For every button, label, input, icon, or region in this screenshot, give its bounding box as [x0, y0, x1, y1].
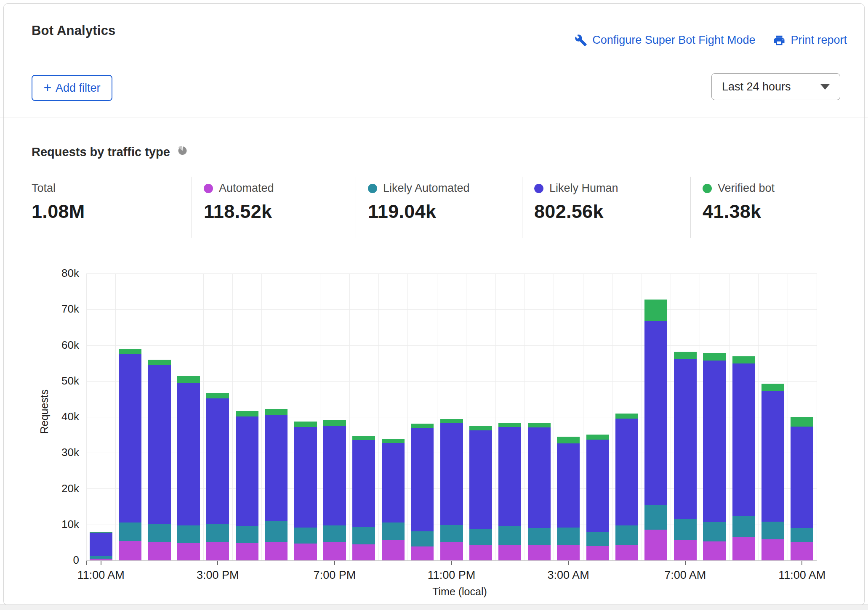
stat-likely-automated-value: 119.04k — [368, 201, 522, 223]
verified-bot-legend-dot — [703, 184, 712, 193]
bar-segment — [382, 439, 405, 443]
x-tick-label: 7:00 PM — [297, 569, 373, 582]
likely-automated-legend-dot — [368, 184, 377, 193]
bar-segment — [557, 528, 580, 546]
stacked-bar[interactable] — [528, 423, 551, 560]
bar-segment — [674, 359, 697, 519]
bar-segment — [528, 423, 551, 427]
bar-segment — [732, 356, 755, 363]
print-link-label: Print report — [791, 34, 847, 47]
stacked-bar[interactable] — [323, 420, 346, 560]
x-tick-mark — [86, 561, 87, 565]
bar-segment — [206, 398, 229, 524]
stacked-bar[interactable] — [557, 437, 580, 560]
configure-super-bot-fight-mode-link[interactable]: Configure Super Bot Fight Mode — [575, 34, 755, 47]
stat-verified-bot[interactable]: Verified bot 41.38k — [690, 177, 868, 238]
stacked-bar[interactable] — [411, 424, 434, 560]
bar-segment — [90, 533, 112, 556]
bar-segment — [148, 524, 171, 542]
section-title-row: Requests by traffic type — [32, 145, 188, 159]
time-range-select[interactable]: Last 24 hours — [711, 73, 840, 100]
stat-likely-human[interactable]: Likely Human 802.56k — [522, 177, 690, 238]
bar-segment — [732, 516, 755, 537]
bar-segment — [469, 430, 492, 529]
stacked-bar[interactable] — [703, 353, 726, 560]
section-title: Requests by traffic type — [32, 145, 170, 159]
bar-segment — [148, 542, 171, 560]
bar-segment — [294, 528, 317, 544]
stacked-bar[interactable] — [674, 352, 697, 560]
stacked-bar[interactable] — [177, 376, 200, 560]
stacked-bar[interactable] — [148, 360, 171, 560]
stacked-bar[interactable] — [382, 439, 405, 560]
bar-segment — [119, 541, 141, 560]
x-tick-label: 11:00 AM — [764, 569, 840, 582]
stacked-bar[interactable] — [615, 414, 638, 560]
x-tick-label: 3:00 PM — [180, 569, 256, 582]
bar-segment — [382, 540, 405, 560]
bar-segment — [528, 528, 551, 545]
bar-segment — [791, 542, 813, 560]
bar-segment — [294, 427, 317, 528]
stacked-bar[interactable] — [761, 384, 784, 560]
bar-segment — [265, 521, 288, 542]
bar-segment — [469, 545, 492, 561]
bar-segment — [177, 376, 200, 383]
bar-segment — [177, 383, 200, 525]
y-tick-label: 80k — [29, 267, 79, 280]
bar-segment — [791, 528, 813, 542]
print-report-link[interactable]: Print report — [773, 34, 847, 47]
stacked-bar[interactable] — [644, 300, 667, 560]
stat-automated[interactable]: Automated 118.52k — [192, 177, 356, 238]
bar-segment — [411, 531, 434, 546]
likely-human-legend-dot — [534, 184, 543, 193]
bar-segment — [265, 409, 288, 415]
bar-segment — [644, 530, 667, 560]
stat-likely-automated[interactable]: Likely Automated 119.04k — [356, 177, 522, 238]
stacked-bar[interactable] — [265, 409, 288, 560]
bar-segment — [177, 543, 200, 560]
bar-segment — [411, 546, 434, 560]
stacked-bar[interactable] — [352, 436, 375, 560]
stat-automated-value: 118.52k — [204, 201, 356, 223]
bar-segment — [498, 427, 521, 526]
bot-analytics-page: Bot Analytics Configure Super Bot Fight … — [0, 0, 868, 610]
stacked-bar[interactable] — [90, 532, 112, 560]
bar-segment — [440, 423, 463, 525]
stacked-bar[interactable] — [236, 411, 258, 560]
stacked-bar[interactable] — [498, 423, 521, 560]
bar-segment — [294, 544, 317, 560]
bar-segment — [644, 321, 667, 505]
bar-segment — [206, 393, 229, 398]
bar-segment — [615, 525, 638, 545]
stacked-bar[interactable] — [294, 422, 317, 560]
traffic-type-stats: Total 1.08M Automated 118.52k Likely Aut… — [0, 177, 868, 238]
bar-segment — [528, 427, 551, 528]
add-filter-button[interactable]: + Add filter — [32, 75, 112, 101]
stacked-bar[interactable] — [206, 393, 229, 560]
bar-segment — [352, 527, 375, 544]
stacked-bar[interactable] — [791, 417, 813, 560]
bar-segment — [761, 522, 784, 539]
printer-icon — [773, 34, 785, 47]
bar-segment — [236, 526, 258, 543]
bar-segment — [674, 540, 697, 560]
stat-automated-label: Automated — [219, 182, 274, 195]
bar-segment — [557, 443, 580, 527]
stacked-bar[interactable] — [440, 419, 463, 560]
stacked-bar[interactable] — [469, 426, 492, 561]
y-tick-label: 50k — [29, 374, 79, 387]
x-tick-label: 3:00 AM — [530, 569, 606, 582]
bar-segment — [469, 426, 492, 431]
stacked-bar[interactable] — [586, 435, 609, 560]
bar-segment — [528, 545, 551, 560]
stacked-bar[interactable] — [119, 349, 141, 560]
bar-segment — [615, 419, 638, 525]
bar-segment — [761, 391, 784, 522]
plus-icon: + — [43, 81, 51, 94]
stacked-bar[interactable] — [732, 356, 755, 560]
bar-segment — [352, 440, 375, 527]
x-tick-label: 11:00 PM — [414, 569, 490, 582]
stat-total: Total 1.08M — [0, 177, 192, 238]
bar-segment — [382, 522, 405, 541]
